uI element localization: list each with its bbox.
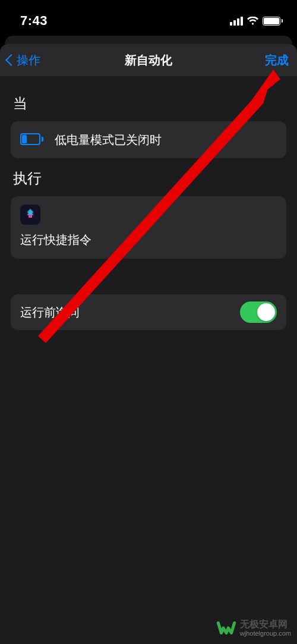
back-label: 操作	[17, 52, 40, 68]
battery-icon	[263, 17, 283, 26]
done-label: 完成	[265, 52, 289, 68]
trigger-card[interactable]: 低电量模式已关闭时	[11, 121, 286, 158]
nav-bar: 操作 新自动化 完成	[0, 44, 297, 76]
cellular-icon	[230, 17, 243, 26]
phone-frame: 7:43 操作 新自动化 完成 当	[0, 0, 297, 644]
ask-before-run-row: 运行前询问	[11, 294, 286, 330]
status-time: 7:43	[20, 13, 48, 29]
page-title: 新自动化	[125, 52, 172, 68]
wifi-icon	[247, 17, 259, 26]
sheet-backdrop	[5, 36, 292, 44]
back-button[interactable]: 操作	[4, 44, 40, 76]
watermark: 无极安卓网 wjhotelgroup.com	[216, 618, 291, 638]
done-button[interactable]: 完成	[265, 44, 289, 76]
do-header: 执行	[13, 169, 286, 188]
watermark-logo-icon	[216, 618, 236, 638]
chevron-left-icon	[5, 54, 17, 66]
status-icons	[230, 17, 283, 26]
status-bar: 7:43	[0, 0, 297, 36]
switch-knob	[257, 303, 275, 321]
toggle-label: 运行前询问	[20, 304, 80, 321]
content-area: 当 低电量模式已关闭时 执行	[0, 76, 297, 330]
battery-low-icon	[20, 133, 44, 147]
ask-before-run-toggle[interactable]	[240, 301, 277, 323]
watermark-text2: wjhotelgroup.com	[240, 630, 291, 637]
action-label: 运行快捷指令	[20, 232, 277, 248]
action-card[interactable]: 运行快捷指令	[11, 196, 286, 259]
trigger-label: 低电量模式已关闭时	[55, 132, 162, 148]
watermark-text1: 无极安卓网	[240, 619, 291, 630]
shortcuts-app-icon	[20, 205, 40, 225]
when-header: 当	[13, 94, 286, 113]
modal-sheet: 操作 新自动化 完成 当 低电量模式已关闭时 执行	[0, 44, 297, 644]
